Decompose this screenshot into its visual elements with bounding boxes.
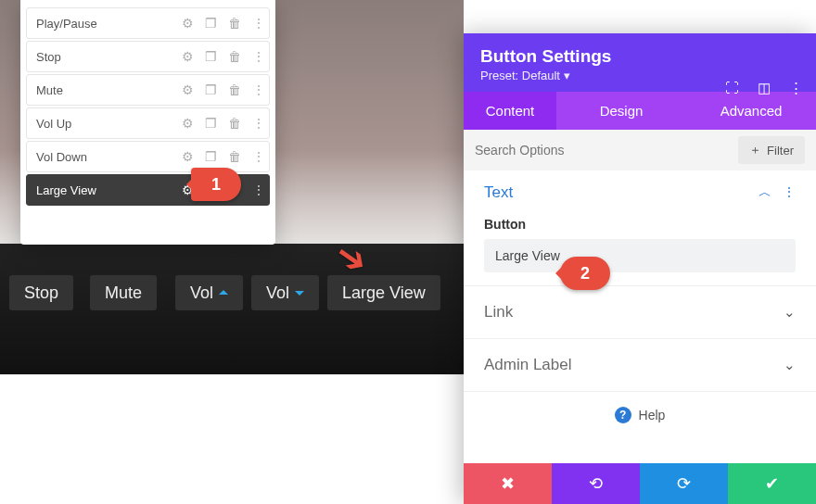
chevron-up-icon[interactable]: ︿: [759, 184, 771, 201]
module-list-panel: Play/Pause ⚙ ❐ 🗑 ⋮ Stop ⚙❐🗑⋮ Mute ⚙❐🗑⋮ V…: [20, 0, 275, 245]
trash-icon[interactable]: 🗑: [228, 117, 241, 130]
help-link[interactable]: ? Help: [464, 392, 816, 433]
button-label: Large View: [342, 284, 426, 303]
redo-button[interactable]: ⟳: [640, 463, 728, 504]
trash-icon[interactable]: 🗑: [228, 50, 241, 63]
module-row-actions: ⚙ ❐ 🗑 ⋮: [182, 17, 265, 30]
dock-icon[interactable]: ◫: [758, 80, 771, 96]
section-text: Text ︿⋮ Button: [464, 170, 816, 286]
section-title: Admin Label: [484, 356, 572, 374]
gear-icon[interactable]: ⚙: [182, 50, 194, 63]
duplicate-icon[interactable]: ❐: [205, 83, 217, 96]
plus-icon: ＋: [749, 142, 761, 158]
preview-button-vol-down[interactable]: Vol: [251, 275, 319, 310]
module-label: Vol Up: [36, 117, 182, 131]
callout-1: 1: [191, 168, 241, 201]
panel-tabs: Content Design Advanced: [464, 92, 816, 130]
duplicate-icon[interactable]: ❐: [205, 50, 217, 63]
section-link[interactable]: Link ⌄: [464, 286, 816, 339]
tab-content[interactable]: Content: [464, 92, 556, 130]
left-white-area: [0, 374, 464, 504]
module-row-stop[interactable]: Stop ⚙❐🗑⋮: [26, 41, 270, 72]
button-text-input[interactable]: [484, 239, 796, 272]
button-label: Stop: [24, 284, 58, 303]
save-button[interactable]: ✔: [728, 463, 816, 504]
trash-icon[interactable]: 🗑: [228, 17, 241, 30]
cancel-button[interactable]: ✖: [464, 463, 552, 504]
kebab-icon[interactable]: ⋮: [252, 183, 265, 196]
tab-advanced[interactable]: Advanced: [686, 92, 816, 130]
module-label: Stop: [36, 50, 182, 64]
kebab-icon[interactable]: ⋮: [789, 80, 803, 96]
module-label: Vol Down: [36, 150, 182, 164]
duplicate-icon[interactable]: ❐: [205, 117, 217, 130]
module-row-vol-up[interactable]: Vol Up ⚙❐🗑⋮: [26, 107, 270, 139]
search-input[interactable]: [475, 143, 729, 158]
kebab-icon[interactable]: ⋮: [252, 150, 265, 163]
trash-icon[interactable]: 🗑: [228, 83, 241, 96]
kebab-icon[interactable]: ⋮: [252, 17, 265, 30]
kebab-icon[interactable]: ⋮: [252, 117, 265, 130]
kebab-icon[interactable]: ⋮: [783, 184, 796, 201]
panel-title: Button Settings: [480, 46, 799, 67]
help-icon: ?: [615, 407, 631, 423]
gear-icon[interactable]: ⚙: [182, 150, 194, 163]
search-bar: ＋Filter: [464, 130, 816, 170]
help-label: Help: [639, 408, 666, 422]
section-admin-label[interactable]: Admin Label ⌄: [464, 339, 816, 392]
kebab-icon[interactable]: ⋮: [252, 50, 265, 63]
tab-design[interactable]: Design: [556, 92, 686, 130]
filter-button[interactable]: ＋Filter: [738, 136, 805, 164]
chevron-down-icon: ⌄: [784, 357, 796, 373]
button-label: Vol: [266, 284, 289, 303]
gear-icon[interactable]: ⚙: [182, 117, 194, 130]
settings-panel: Button Settings Preset: Default ▾ ⛶ ◫ ⋮ …: [464, 33, 816, 504]
section-title: Link: [484, 303, 513, 321]
section-title: Text: [484, 183, 513, 202]
module-row-vol-down[interactable]: Vol Down ⚙❐🗑⋮: [26, 141, 270, 172]
duplicate-icon[interactable]: ❐: [205, 17, 217, 30]
panel-header: Button Settings Preset: Default ▾ ⛶ ◫ ⋮: [464, 33, 816, 92]
preview-button-vol-up[interactable]: Vol: [175, 275, 243, 310]
preview-button-stop[interactable]: Stop: [9, 275, 73, 310]
trash-icon[interactable]: 🗑: [228, 150, 241, 163]
module-row-play-pause[interactable]: Play/Pause ⚙ ❐ 🗑 ⋮: [26, 7, 270, 39]
preview-button-large-view[interactable]: Large View: [327, 275, 440, 310]
filter-label: Filter: [767, 144, 794, 158]
callout-2: 2: [560, 257, 610, 290]
callout-label: 1: [211, 175, 221, 195]
kebab-icon[interactable]: ⋮: [252, 83, 265, 96]
gear-icon[interactable]: ⚙: [182, 83, 194, 96]
module-label: Play/Pause: [36, 17, 182, 31]
preview-button-mute[interactable]: Mute: [90, 275, 157, 310]
field-label-button: Button: [484, 217, 796, 232]
triangle-up-icon: [219, 285, 228, 295]
expand-icon[interactable]: ⛶: [725, 80, 739, 96]
action-bar: ✖ ⟲ ⟳ ✔: [464, 463, 816, 504]
chevron-down-icon: ⌄: [784, 304, 796, 321]
undo-button[interactable]: ⟲: [552, 463, 640, 504]
module-label: Mute: [36, 83, 182, 97]
module-row-mute[interactable]: Mute ⚙❐🗑⋮: [26, 74, 270, 106]
duplicate-icon[interactable]: ❐: [205, 150, 217, 163]
module-label: Large View: [36, 183, 182, 197]
callout-label: 2: [580, 264, 590, 284]
button-label: Mute: [105, 284, 142, 303]
triangle-down-icon: [295, 291, 304, 300]
button-label: Vol: [190, 284, 213, 303]
gear-icon[interactable]: ⚙: [182, 17, 194, 30]
